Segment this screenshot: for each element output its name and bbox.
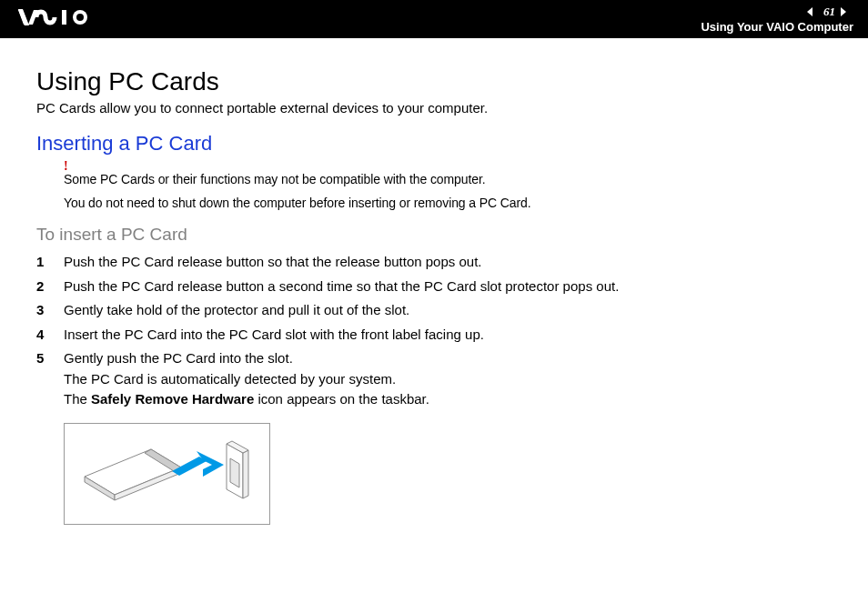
step-text: Gently push the PC Card into the slot. T…	[64, 348, 832, 410]
breadcrumb: Using Your VAIO Computer	[701, 20, 853, 34]
intro-text: PC Cards allow you to connect portable e…	[36, 100, 832, 116]
step-number: 3	[36, 300, 64, 321]
page-header: 61 Using Your VAIO Computer	[0, 0, 868, 38]
warning-icon: !	[64, 163, 832, 170]
content-area: Using PC Cards PC Cards allow you to con…	[0, 38, 868, 525]
next-page-arrow-icon[interactable]	[839, 5, 853, 18]
step-number: 5	[36, 348, 64, 369]
step-number: 2	[36, 276, 64, 297]
section-heading: Inserting a PC Card	[36, 132, 832, 156]
step-text: Push the PC Card release button a second…	[64, 276, 832, 297]
step-line: Gently push the PC Card into the slot.	[64, 350, 293, 366]
page-number: 61	[823, 5, 835, 19]
procedure-heading: To insert a PC Card	[36, 225, 832, 245]
step-item: 5 Gently push the PC Card into the slot.…	[36, 348, 832, 410]
step-line: The	[64, 391, 91, 407]
document-page: 61 Using Your VAIO Computer Using PC Car…	[0, 0, 868, 613]
prev-page-arrow-icon[interactable]	[805, 5, 820, 18]
step-line: The PC Card is automatically detected by…	[64, 371, 396, 387]
vaio-logo	[18, 7, 109, 31]
info-note: You do not need to shut down the compute…	[64, 196, 832, 210]
step-text: Gently take hold of the protector and pu…	[64, 300, 832, 321]
step-number: 4	[36, 325, 64, 346]
step-item: 3 Gently take hold of the protector and …	[36, 300, 832, 321]
step-line: icon appears on the taskbar.	[254, 391, 429, 407]
step-text: Insert the PC Card into the PC Card slot…	[64, 325, 832, 346]
step-text: Push the PC Card release button so that …	[64, 252, 832, 273]
step-item: 1 Push the PC Card release button so tha…	[36, 252, 832, 273]
warning-note: Some PC Cards or their functions may not…	[64, 172, 832, 186]
pc-card-illustration	[64, 423, 270, 525]
page-title: Using PC Cards	[36, 67, 832, 96]
steps-list: 1 Push the PC Card release button so tha…	[36, 252, 832, 410]
step-item: 4 Insert the PC Card into the PC Card sl…	[36, 325, 832, 346]
step-item: 2 Push the PC Card release button a seco…	[36, 276, 832, 297]
header-right: 61 Using Your VAIO Computer	[701, 5, 853, 34]
bold-term: Safely Remove Hardware	[91, 391, 254, 407]
step-number: 1	[36, 252, 64, 273]
svg-point-2	[76, 14, 84, 21]
